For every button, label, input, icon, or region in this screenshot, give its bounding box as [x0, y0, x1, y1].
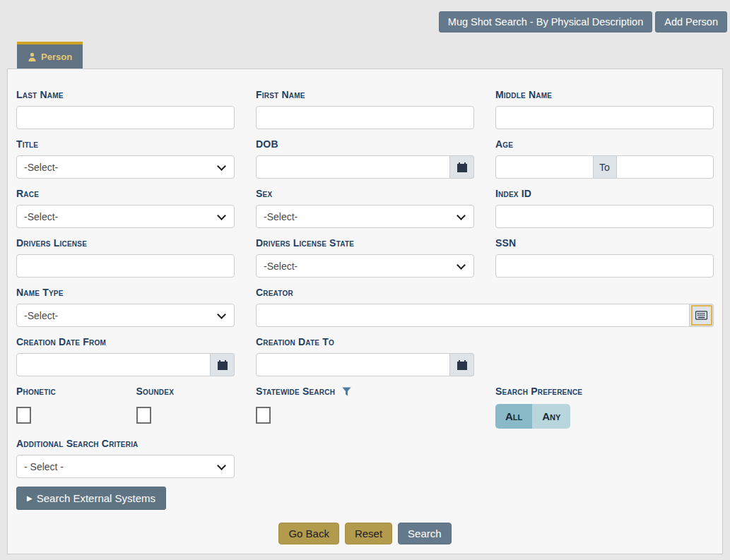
statewide-search-field-group: Statewide Search	[256, 386, 474, 429]
search-preference-any-button[interactable]: Any	[532, 404, 570, 429]
race-select[interactable]: -Select-	[16, 205, 235, 228]
phonetic-checkbox[interactable]	[16, 407, 31, 424]
dob-calendar-button[interactable]	[450, 155, 474, 179]
creation-date-from-label: Creation Date From	[16, 336, 235, 347]
keyboard-icon	[695, 311, 707, 320]
creator-field-group: Creator	[256, 287, 714, 327]
drivers-license-field-group: Drivers License	[16, 237, 235, 278]
creator-input[interactable]	[256, 304, 690, 327]
title-field-group: Title -Select-	[16, 138, 235, 179]
age-from-input[interactable]	[495, 155, 594, 179]
search-preference-all-button[interactable]: All	[495, 404, 532, 429]
tab-person-label: Person	[41, 52, 72, 62]
reset-button[interactable]: Reset	[345, 523, 392, 544]
tab-bar: Person	[17, 42, 83, 68]
title-select[interactable]: -Select-	[16, 155, 235, 179]
first-name-input[interactable]	[256, 106, 474, 129]
title-label: Title	[16, 138, 235, 150]
dob-label: DOB	[256, 138, 474, 150]
last-name-input[interactable]	[16, 106, 235, 129]
row8-spacer	[256, 438, 714, 478]
statewide-search-label: Statewide Search	[256, 386, 474, 397]
statewide-search-label-text: Statewide Search	[256, 386, 335, 397]
age-to-input[interactable]	[616, 155, 714, 179]
ssn-input[interactable]	[495, 254, 714, 278]
ssn-label: SSN	[495, 237, 714, 249]
bottom-actions: Go Back Reset Search	[16, 523, 714, 544]
creation-date-from-field-group: Creation Date From	[16, 336, 235, 376]
mugshot-search-button[interactable]: Mug Shot Search - By Physical Descriptio…	[439, 11, 652, 32]
search-button[interactable]: Search	[398, 523, 452, 544]
search-preference-label: Search Preference	[495, 386, 714, 397]
index-id-label: Index ID	[495, 188, 714, 199]
tab-person[interactable]: Person	[17, 42, 83, 68]
search-external-systems-label: Search External Systems	[37, 492, 155, 504]
soundex-field-group: Soundex	[136, 386, 235, 429]
creation-date-from-calendar-button[interactable]	[211, 353, 235, 376]
sex-select[interactable]: -Select-	[256, 205, 474, 228]
creation-date-to-label: Creation Date To	[256, 336, 474, 347]
drivers-license-label: Drivers License	[16, 237, 235, 249]
phonetic-field-group: Phonetic	[16, 386, 115, 429]
phonetic-label: Phonetic	[16, 386, 115, 397]
name-type-select[interactable]: -Select-	[16, 304, 235, 327]
soundex-checkbox[interactable]	[136, 407, 151, 424]
last-name-field-group: Last Name	[16, 89, 235, 129]
creation-date-to-calendar-button[interactable]	[450, 353, 474, 376]
creation-date-from-input[interactable]	[16, 353, 211, 376]
statewide-search-checkbox[interactable]	[256, 407, 271, 424]
go-back-button[interactable]: Go Back	[278, 523, 339, 544]
name-type-label: Name Type	[16, 287, 235, 298]
additional-search-criteria-select[interactable]: - Select -	[16, 455, 235, 478]
person-search-form: Last Name First Name Middle Name Title -…	[16, 89, 714, 478]
first-name-label: First Name	[256, 89, 474, 100]
creator-label: Creator	[256, 287, 714, 298]
soundex-label: Soundex	[136, 386, 235, 397]
dob-field-group: DOB	[256, 138, 474, 179]
calendar-icon	[457, 162, 468, 173]
search-preference-field-group: Search Preference All Any	[495, 386, 714, 429]
middle-name-label: Middle Name	[495, 89, 714, 100]
drivers-license-input[interactable]	[16, 254, 235, 278]
sex-label: Sex	[256, 188, 474, 199]
person-search-panel: Last Name First Name Middle Name Title -…	[7, 68, 723, 554]
top-actions: Mug Shot Search - By Physical Descriptio…	[439, 11, 727, 32]
first-name-field-group: First Name	[256, 89, 474, 129]
dob-input[interactable]	[256, 155, 450, 179]
additional-search-criteria-label: Additional Search Criteria	[16, 438, 235, 449]
race-field-group: Race -Select-	[16, 188, 235, 228]
age-to-separator: To	[594, 155, 616, 179]
additional-search-criteria-field-group: Additional Search Criteria - Select -	[16, 438, 235, 478]
ssn-field-group: SSN	[495, 237, 714, 278]
creation-date-to-field-group: Creation Date To	[256, 336, 474, 376]
caret-right-icon: ▶	[27, 495, 33, 502]
creator-keyboard-button[interactable]	[690, 304, 714, 327]
name-type-field-group: Name Type -Select-	[16, 287, 235, 327]
last-name-label: Last Name	[16, 89, 235, 100]
sex-field-group: Sex -Select-	[256, 188, 474, 228]
middle-name-input[interactable]	[495, 106, 714, 129]
creation-date-to-input[interactable]	[256, 353, 450, 376]
index-id-field-group: Index ID	[495, 188, 714, 228]
index-id-input[interactable]	[495, 205, 714, 228]
drivers-license-state-field-group: Drivers License State -Select-	[256, 237, 474, 278]
search-external-systems-button[interactable]: ▶ Search External Systems	[16, 487, 166, 510]
person-icon	[28, 52, 37, 61]
calendar-icon	[457, 359, 468, 371]
row6-spacer	[495, 336, 714, 376]
search-preference-toggle: All Any	[495, 404, 570, 429]
race-label: Race	[16, 188, 235, 199]
calendar-icon	[217, 359, 228, 371]
drivers-license-state-select[interactable]: -Select-	[256, 254, 474, 278]
filter-funnel-icon[interactable]	[342, 387, 351, 396]
add-person-button[interactable]: Add Person	[655, 11, 727, 32]
drivers-license-state-label: Drivers License State	[256, 237, 474, 249]
middle-name-field-group: Middle Name	[495, 89, 714, 129]
age-field-group: Age To	[495, 138, 714, 179]
age-label: Age	[495, 138, 714, 150]
